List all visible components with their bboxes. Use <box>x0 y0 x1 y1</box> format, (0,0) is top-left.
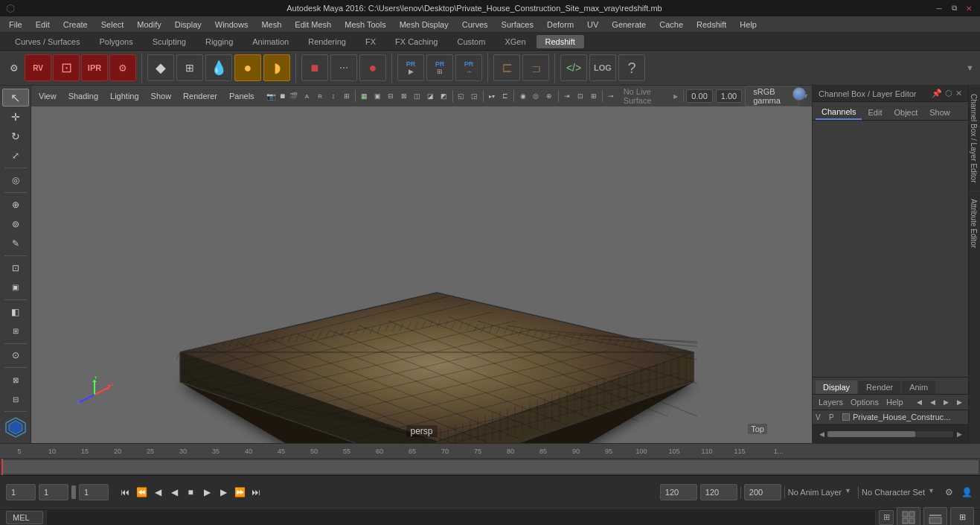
snap2-btn[interactable]: ⊟ <box>2 390 29 408</box>
prev-frame-btn[interactable]: ⏪ <box>134 485 149 500</box>
timeline-playhead[interactable] <box>1 459 3 475</box>
tab-fx-caching[interactable]: FX Caching <box>386 35 446 48</box>
script-editor-btn[interactable]: ⊞ <box>879 510 894 525</box>
vp-menu-shading[interactable]: Shading <box>64 90 103 102</box>
display-btn[interactable]: ▣ <box>2 279 29 296</box>
anim-char-icon[interactable]: 👤 <box>959 485 974 500</box>
command-input[interactable] <box>46 509 876 526</box>
vp-snap-icon[interactable]: ⊞ <box>340 89 353 104</box>
options-menu-btn[interactable]: Options <box>848 397 882 407</box>
menu-modify[interactable]: Modify <box>131 19 167 31</box>
vp-light-icon[interactable]: ◩ <box>438 89 450 104</box>
taskbar-item-2[interactable] <box>923 507 947 526</box>
menu-edit-mesh[interactable]: Edit Mesh <box>289 19 337 31</box>
menu-help[interactable]: Help <box>734 19 763 31</box>
shelf-pr1-btn[interactable]: PR ▶ <box>397 54 424 81</box>
shelf-rv-btn[interactable]: RV <box>25 54 51 81</box>
shelf-bowl2-btn[interactable]: ⊐ <box>522 54 549 81</box>
mask-btn[interactable]: ◧ <box>2 303 29 321</box>
vp-val-1[interactable]: 0.00 <box>686 89 712 103</box>
anim-layer-menu-icon[interactable]: ▼ <box>845 487 855 497</box>
vp-mat-icon[interactable]: ◫ <box>411 89 423 104</box>
vp-rot-icon[interactable]: ⊡ <box>574 89 586 104</box>
menu-windows[interactable]: Windows <box>209 19 254 31</box>
scroll-left-btn[interactable]: ◀ <box>816 428 827 440</box>
play-fwd-btn[interactable]: ▶ <box>199 485 214 500</box>
anim-frame-start[interactable]: 1 <box>6 484 36 500</box>
move-tool-btn[interactable]: ✛ <box>2 108 29 126</box>
timeline-track[interactable] <box>1 460 979 474</box>
shelf-pr2-btn[interactable]: PR ⊞ <box>426 54 453 81</box>
vp-menu-panels[interactable]: Panels <box>225 90 259 102</box>
tab-curves-surfaces[interactable]: Curves / Surfaces <box>6 35 89 48</box>
menu-cache[interactable]: Cache <box>653 19 689 31</box>
shelf-ipr-btn[interactable]: IPR <box>81 54 108 81</box>
tab-rendering[interactable]: Rendering <box>299 35 355 48</box>
shelf-gear-btn[interactable]: ⚙ <box>109 54 136 81</box>
vp-menu-lighting[interactable]: Lighting <box>106 90 144 102</box>
object-icon-btn[interactable] <box>3 415 28 440</box>
channel-box-vtab[interactable]: Channel Box / Layer Editor <box>969 86 980 191</box>
vp-grid2-icon[interactable]: ▣ <box>371 89 384 104</box>
menu-surfaces[interactable]: Surfaces <box>496 19 539 31</box>
layer-p-flag[interactable]: P <box>829 413 839 421</box>
vp-menu-show[interactable]: Show <box>147 90 176 102</box>
next-key-btn[interactable]: ▶ <box>216 485 231 500</box>
trans-btn[interactable]: ⊠ <box>2 371 29 389</box>
shelf-sphere-btn[interactable]: ● <box>234 54 261 81</box>
menu-deform[interactable]: Deform <box>541 19 580 31</box>
mel-script-toggle[interactable]: MEL <box>6 511 43 524</box>
vp-hud-icon[interactable]: ◉ <box>516 89 529 104</box>
goto-start-btn[interactable]: ⏮ <box>118 485 132 500</box>
cb-tab-show[interactable]: Show <box>923 106 956 119</box>
tab-custom[interactable]: Custom <box>449 35 495 48</box>
vp-menu-renderer[interactable]: Renderer <box>179 90 222 102</box>
close-button[interactable]: ✕ <box>964 3 974 13</box>
panel-close-icon[interactable]: ✕ <box>955 89 962 98</box>
menu-mesh[interactable]: Mesh <box>255 19 287 31</box>
menu-redshift[interactable]: Redshift <box>691 19 732 31</box>
minimize-button[interactable]: ─ <box>934 3 944 13</box>
cb-tab-object[interactable]: Object <box>888 106 923 119</box>
tab-xgen[interactable]: XGen <box>496 35 534 48</box>
menu-display[interactable]: Display <box>169 19 208 31</box>
fps-end-field[interactable]: 200 <box>744 484 781 500</box>
layer-v-flag[interactable]: V <box>816 413 826 421</box>
shelf-log-btn[interactable]: LOG <box>589 54 616 81</box>
gamma-dropdown[interactable]: sRGB gamma <box>745 86 799 106</box>
gimbal-btn[interactable]: ⊙ <box>2 346 29 364</box>
layer-arrow3-btn[interactable]: ▶ <box>940 396 952 408</box>
vp-shad-icon[interactable]: ◪ <box>424 89 437 104</box>
vp-tex-icon[interactable]: ⊠ <box>397 89 410 104</box>
shelf-grid-btn[interactable]: ⊞ <box>176 54 203 81</box>
vp-extra-icon[interactable]: ⊸ <box>605 89 618 104</box>
color-mode-indicator[interactable] <box>792 87 806 101</box>
layer-color-swatch[interactable] <box>842 413 850 421</box>
layer-arrow2-btn[interactable]: ◀ <box>926 396 938 408</box>
vp-res2-icon[interactable]: ↕ <box>327 89 340 104</box>
cb-tab-channels[interactable]: Channels <box>816 105 862 120</box>
shelf-dome-btn[interactable]: ◗ <box>263 54 290 81</box>
dt-tab-anim[interactable]: Anim <box>902 381 935 394</box>
menu-mesh-display[interactable]: Mesh Display <box>394 19 455 31</box>
shelf-pr3-btn[interactable]: PR → <box>455 54 482 81</box>
tab-animation[interactable]: Animation <box>243 35 298 48</box>
select-tool-btn[interactable]: ↖ <box>2 89 29 106</box>
menu-file[interactable]: File <box>3 19 28 31</box>
scale-tool-btn[interactable]: ⤢ <box>2 147 29 165</box>
menu-mesh-tools[interactable]: Mesh Tools <box>339 19 391 31</box>
vp-cam3-icon[interactable]: 🎬 <box>287 89 300 104</box>
vp-scale-icon[interactable]: ⊞ <box>587 89 600 104</box>
layer-arrow1-btn[interactable]: ◀ <box>913 396 925 408</box>
tab-polygons[interactable]: Polygons <box>90 35 141 48</box>
range-end-field[interactable]: 120 <box>700 484 737 500</box>
restore-button[interactable]: ⧉ <box>949 3 959 13</box>
dt-tab-render[interactable]: Render <box>859 381 900 394</box>
shelf-settings-icon[interactable]: ⚙ <box>6 54 22 81</box>
menu-select[interactable]: Select <box>95 19 130 31</box>
stop-btn[interactable]: ■ <box>183 485 198 500</box>
play-back-btn[interactable]: ◀ <box>167 485 182 500</box>
scroll-right-btn[interactable]: ▶ <box>953 428 965 440</box>
anim-prefs-icon[interactable]: ⚙ <box>941 485 956 500</box>
rotate-tool-btn[interactable]: ↻ <box>2 127 29 145</box>
